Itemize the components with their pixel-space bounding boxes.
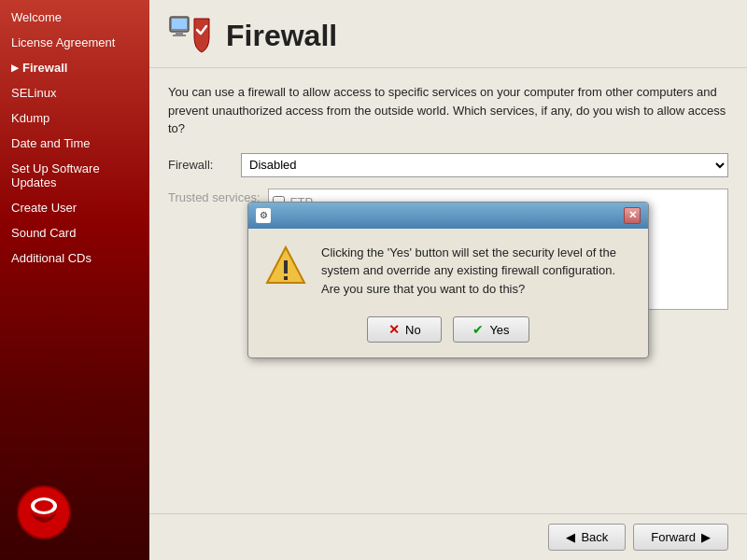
dialog-body: Clicking the 'Yes' button will set the s… [248,229,648,310]
no-icon: ✕ [388,322,400,337]
sidebar-item-sound-card[interactable]: Sound Card [0,220,149,245]
confirmation-dialog: ⚙ ✕ Clicking the 'Yes' button will set t… [247,202,649,359]
svg-rect-8 [284,260,288,273]
sidebar: Welcome License Agreement ▶ Firewall SEL… [0,0,149,560]
sidebar-item-label: Welcome [11,10,62,24]
no-label: No [405,323,421,337]
sidebar-item-label: License Agreement [11,35,115,49]
dialog-title-icon: ⚙ [256,208,271,223]
sidebar-item-label: Additional CDs [11,251,92,265]
sidebar-item-label: SELinux [11,86,56,100]
yes-label: Yes [489,323,509,337]
dialog-titlebar-left: ⚙ [256,208,271,223]
active-arrow-icon: ▶ [11,63,19,73]
warning-icon [263,244,308,288]
sidebar-item-label: Create User [11,201,77,215]
dialog-overlay: ⚙ ✕ Clicking the 'Yes' button will set t… [149,0,747,560]
redhat-logo [17,485,71,543]
sidebar-item-license[interactable]: License Agreement [0,30,149,55]
sidebar-item-label: Kdump [11,111,49,125]
sidebar-item-label: Firewall [22,61,67,75]
dialog-titlebar: ⚙ ✕ [248,203,648,229]
dialog-no-button[interactable]: ✕ No [367,316,442,343]
yes-icon: ✔ [472,322,484,337]
sidebar-item-label: Sound Card [11,226,76,240]
dialog-yes-button[interactable]: ✔ Yes [453,316,529,343]
sidebar-item-kdump[interactable]: Kdump [0,105,149,131]
svg-rect-9 [284,276,288,280]
sidebar-item-label: Date and Time [11,136,91,150]
main-content: Firewall You can use a firewall to allow… [149,0,747,560]
sidebar-item-additional-cds[interactable]: Additional CDs [0,245,149,271]
sidebar-item-firewall[interactable]: ▶ Firewall [0,55,149,80]
sidebar-item-create-user[interactable]: Create User [0,195,149,220]
sidebar-item-welcome[interactable]: Welcome [0,5,149,30]
dialog-message: Clicking the 'Yes' button will set the s… [321,244,633,299]
sidebar-item-label: Set Up Software Updates [11,161,138,189]
sidebar-nav: Welcome License Agreement ▶ Firewall SEL… [0,0,149,560]
sidebar-item-selinux[interactable]: SELinux [0,80,149,105]
sidebar-item-datetime[interactable]: Date and Time [0,131,149,156]
dialog-close-button[interactable]: ✕ [624,207,641,224]
svg-point-2 [35,500,53,511]
sidebar-item-software-updates[interactable]: Set Up Software Updates [0,156,149,195]
dialog-buttons: ✕ No ✔ Yes [248,309,648,357]
